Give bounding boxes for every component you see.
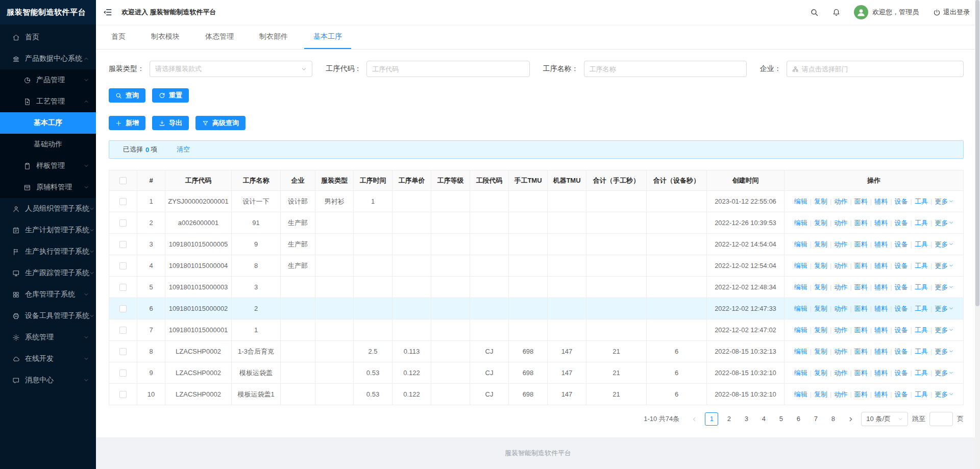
row-action-面料[interactable]: 面料 bbox=[854, 348, 868, 355]
row-action-辅料[interactable]: 辅料 bbox=[874, 283, 888, 291]
sidebar-item-原辅料管理[interactable]: 原辅料管理 bbox=[0, 177, 96, 198]
sidebar-item-基本工序[interactable]: 基本工序 bbox=[0, 112, 96, 134]
row-action-更多[interactable]: 更多 bbox=[935, 262, 953, 269]
row-action-动作[interactable]: 动作 bbox=[834, 326, 847, 334]
page-button-5[interactable]: 5 bbox=[774, 412, 788, 426]
row-action-动作[interactable]: 动作 bbox=[834, 390, 847, 398]
row-action-编辑[interactable]: 编辑 bbox=[794, 390, 807, 398]
row-action-工具[interactable]: 工具 bbox=[915, 240, 928, 248]
avatar[interactable] bbox=[854, 5, 868, 19]
row-action-复制[interactable]: 复制 bbox=[814, 348, 827, 355]
row-action-复制[interactable]: 复制 bbox=[814, 198, 827, 205]
process-name-input[interactable] bbox=[584, 61, 747, 77]
row-action-复制[interactable]: 复制 bbox=[814, 262, 827, 269]
row-action-编辑[interactable]: 编辑 bbox=[794, 219, 807, 227]
row-action-编辑[interactable]: 编辑 bbox=[794, 348, 807, 355]
row-action-动作[interactable]: 动作 bbox=[834, 348, 847, 355]
row-action-面料[interactable]: 面料 bbox=[854, 369, 868, 377]
clear-selection-link[interactable]: 清空 bbox=[177, 145, 190, 154]
tab-制衣部件[interactable]: 制衣部件 bbox=[257, 24, 290, 49]
row-action-编辑[interactable]: 编辑 bbox=[794, 326, 807, 334]
row-action-设备[interactable]: 设备 bbox=[895, 390, 908, 398]
row-action-工具[interactable]: 工具 bbox=[915, 198, 928, 205]
add-button[interactable]: 新增 bbox=[109, 116, 145, 130]
row-action-辅料[interactable]: 辅料 bbox=[874, 390, 888, 398]
row-action-工具[interactable]: 工具 bbox=[915, 326, 928, 334]
sidebar-item-生产执行管理子系统[interactable]: 生产执行管理子系统 bbox=[0, 241, 96, 262]
row-action-复制[interactable]: 复制 bbox=[814, 326, 827, 334]
row-action-辅料[interactable]: 辅料 bbox=[874, 348, 888, 355]
row-action-辅料[interactable]: 辅料 bbox=[874, 198, 888, 205]
row-action-复制[interactable]: 复制 bbox=[814, 240, 827, 248]
sidebar-item-产品管理[interactable]: 产品管理 bbox=[0, 69, 96, 91]
row-action-面料[interactable]: 面料 bbox=[854, 262, 868, 269]
sidebar-item-设备工具管理子系统[interactable]: 设备工具管理子系统 bbox=[0, 305, 96, 327]
row-checkbox[interactable] bbox=[119, 219, 127, 227]
process-code-field[interactable] bbox=[372, 65, 524, 73]
row-action-设备[interactable]: 设备 bbox=[895, 198, 908, 205]
next-page-button[interactable] bbox=[844, 412, 857, 426]
sidebar-item-产品数据中心系统[interactable]: 产品数据中心系统 bbox=[0, 48, 96, 69]
row-action-动作[interactable]: 动作 bbox=[834, 219, 847, 227]
enterprise-field[interactable] bbox=[802, 65, 958, 73]
reset-button[interactable]: 重置 bbox=[152, 88, 189, 103]
sidebar-item-仓库管理子系统[interactable]: 仓库管理子系统 bbox=[0, 284, 96, 305]
row-action-工具[interactable]: 工具 bbox=[915, 262, 928, 269]
row-action-编辑[interactable]: 编辑 bbox=[794, 240, 807, 248]
row-action-动作[interactable]: 动作 bbox=[834, 262, 847, 269]
row-action-面料[interactable]: 面料 bbox=[854, 390, 868, 398]
sidebar-item-工艺管理[interactable]: 工艺管理 bbox=[0, 91, 96, 112]
row-action-面料[interactable]: 面料 bbox=[854, 326, 868, 334]
row-action-更多[interactable]: 更多 bbox=[935, 326, 953, 334]
row-action-设备[interactable]: 设备 bbox=[895, 240, 908, 248]
row-action-工具[interactable]: 工具 bbox=[915, 219, 928, 227]
row-action-设备[interactable]: 设备 bbox=[895, 219, 908, 227]
row-action-辅料[interactable]: 辅料 bbox=[874, 369, 888, 377]
page-size-select[interactable]: 10 条/页 bbox=[861, 412, 908, 426]
sidebar-item-基础动作[interactable]: 基础动作 bbox=[0, 134, 96, 155]
row-action-编辑[interactable]: 编辑 bbox=[794, 305, 807, 312]
row-action-复制[interactable]: 复制 bbox=[814, 369, 827, 377]
row-checkbox[interactable] bbox=[119, 348, 127, 355]
row-action-更多[interactable]: 更多 bbox=[935, 240, 953, 248]
row-action-工具[interactable]: 工具 bbox=[915, 283, 928, 291]
page-scrollbar[interactable] bbox=[975, 0, 980, 469]
row-action-动作[interactable]: 动作 bbox=[834, 198, 847, 205]
page-button-2[interactable]: 2 bbox=[722, 412, 736, 426]
menu-fold-icon[interactable] bbox=[103, 8, 112, 17]
row-action-设备[interactable]: 设备 bbox=[895, 369, 908, 377]
row-action-更多[interactable]: 更多 bbox=[935, 198, 953, 205]
row-action-面料[interactable]: 面料 bbox=[854, 240, 868, 248]
row-action-更多[interactable]: 更多 bbox=[935, 283, 953, 291]
row-action-复制[interactable]: 复制 bbox=[814, 219, 827, 227]
row-action-复制[interactable]: 复制 bbox=[814, 283, 827, 291]
row-action-设备[interactable]: 设备 bbox=[895, 305, 908, 312]
row-action-辅料[interactable]: 辅料 bbox=[874, 219, 888, 227]
sidebar-item-生产计划管理子系统[interactable]: 生产计划管理子系统 bbox=[0, 219, 96, 241]
row-action-面料[interactable]: 面料 bbox=[854, 305, 868, 312]
tab-首页[interactable]: 首页 bbox=[109, 24, 128, 49]
sidebar-item-首页[interactable]: 首页 bbox=[0, 27, 96, 48]
bell-icon[interactable] bbox=[832, 8, 841, 17]
export-button[interactable]: 导出 bbox=[152, 116, 189, 130]
page-button-4[interactable]: 4 bbox=[757, 412, 770, 426]
page-button-6[interactable]: 6 bbox=[792, 412, 805, 426]
row-checkbox[interactable] bbox=[119, 305, 127, 312]
sidebar-item-生产跟踪管理子系统[interactable]: 生产跟踪管理子系统 bbox=[0, 262, 96, 284]
sidebar-item-在线开发[interactable]: 在线开发 bbox=[0, 348, 96, 369]
row-action-设备[interactable]: 设备 bbox=[895, 348, 908, 355]
row-checkbox[interactable] bbox=[119, 198, 127, 205]
process-code-input[interactable] bbox=[366, 61, 529, 77]
row-action-动作[interactable]: 动作 bbox=[834, 240, 847, 248]
row-action-更多[interactable]: 更多 bbox=[935, 219, 953, 227]
row-checkbox[interactable] bbox=[119, 391, 127, 398]
row-action-工具[interactable]: 工具 bbox=[915, 305, 928, 312]
advanced-search-button[interactable]: 高级查询 bbox=[195, 116, 246, 130]
row-action-面料[interactable]: 面料 bbox=[854, 283, 868, 291]
row-action-工具[interactable]: 工具 bbox=[915, 390, 928, 398]
process-name-field[interactable] bbox=[590, 65, 741, 73]
scrollbar-thumb[interactable] bbox=[975, 0, 979, 306]
row-action-编辑[interactable]: 编辑 bbox=[794, 283, 807, 291]
search-icon[interactable] bbox=[810, 8, 819, 17]
logout-button[interactable]: 退出登录 bbox=[933, 8, 970, 17]
